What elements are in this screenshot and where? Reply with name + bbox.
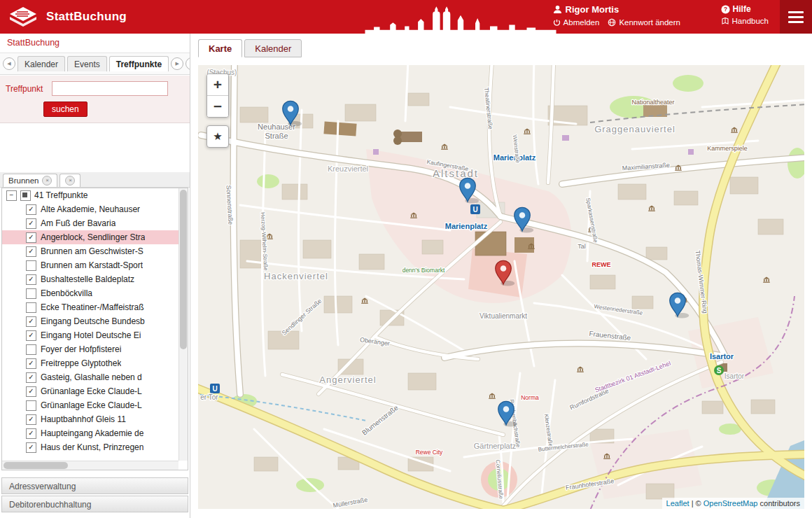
tree-item[interactable]: ✓Grünanlage Ecke Claude-L: [2, 384, 178, 398]
tree-item[interactable]: ✓Hauptbahnhof Gleis 11: [2, 412, 178, 426]
tree-item[interactable]: Grünanlage Ecke Claude-L: [2, 398, 178, 412]
tree-item[interactable]: ✓Haupteingang Akademie de: [2, 426, 178, 440]
hamburger-menu-button[interactable]: [780, 0, 812, 34]
treffpunkt-checkbox[interactable]: ✓: [26, 414, 36, 425]
treffpunkt-label: Am Fuß der Bavaria: [41, 218, 115, 228]
vertical-scrollbar-thumb[interactable]: [180, 190, 187, 349]
zoom-in-button[interactable]: +: [207, 74, 228, 96]
treffpunkt-checkbox[interactable]: ✓: [26, 274, 36, 285]
treffpunkt-label: Grünanlage Ecke Claude-L: [41, 386, 142, 396]
favorites-button[interactable]: ★: [206, 125, 229, 148]
map-attribution: Leaflet | © OpenStreetMap contributors: [662, 498, 804, 509]
treffpunkt-checkbox[interactable]: ✓: [26, 386, 36, 397]
tree-item[interactable]: ✓Eingang Deutsche Bundesb: [2, 314, 178, 328]
treffpunkt-checkbox[interactable]: ✓: [26, 218, 36, 229]
attribution-separator: | ©: [692, 499, 701, 507]
tab-treffpunkte[interactable]: Treffpunkte: [109, 56, 169, 71]
tabs-scroll-left-button[interactable]: ◀: [3, 57, 15, 70]
horizontal-scrollbar-thumb[interactable]: [4, 462, 68, 469]
zoom-control: + −: [206, 74, 229, 118]
treffpunkt-label: Eingang Hotel Deutsche Ei: [41, 330, 141, 340]
treffpunkt-label: Foyer der Hofpfisterei: [41, 344, 121, 354]
power-icon: [553, 19, 561, 27]
tree-item[interactable]: ✓Freitreppe Glyptothek: [2, 356, 178, 370]
close-icon[interactable]: ×: [42, 176, 52, 186]
tree-item[interactable]: ✓Am Fuß der Bavaria: [2, 216, 178, 230]
tree-item[interactable]: ✓Eingang Hotel Deutsche Ei: [2, 328, 178, 342]
root-checkbox[interactable]: [20, 190, 31, 201]
close-icon[interactable]: ×: [65, 176, 75, 186]
right-arrow-icon: ▶: [175, 61, 178, 66]
treffpunkt-label: Grünanlage Ecke Claude-L: [41, 400, 142, 410]
treffpunkt-checkbox[interactable]: ✓: [26, 358, 36, 369]
tree-item[interactable]: Ecke Theatiner-/Maffeistraß: [2, 300, 178, 314]
map-label: Kammerspiele: [707, 145, 748, 152]
logout-link[interactable]: Abmelden: [553, 18, 600, 27]
treffpunkt-label: Hauptbahnhof Gleis 11: [41, 414, 126, 424]
accordion-adressverwaltung[interactable]: Adressverwaltung: [1, 477, 188, 494]
tabs-scroll-right-button[interactable]: ▶: [171, 57, 183, 70]
filter-tab-empty[interactable]: ×: [59, 174, 80, 187]
globe-icon: [608, 18, 616, 27]
treffpunkt-checkbox[interactable]: ✓: [26, 442, 36, 453]
tree-item[interactable]: ✓Brunnen am Geschwister-S: [2, 244, 178, 258]
accordion-debitorenbuchhaltung[interactable]: Debitorenbuchhaltung: [1, 496, 188, 512]
treffpunkt-checkbox[interactable]: ✓: [26, 246, 36, 257]
map-label: REWE: [592, 261, 611, 268]
suchen-button[interactable]: suchen: [43, 102, 88, 117]
map-label: Isartor: [724, 372, 745, 380]
filter-tab-brunnen[interactable]: Brunnen ×: [3, 174, 57, 187]
treffpunkt-checkbox[interactable]: ✓: [26, 428, 36, 439]
treffpunkt-checkbox[interactable]: [26, 260, 36, 271]
tree-item[interactable]: ✓Haus der Kunst, Prinzregen: [2, 440, 178, 454]
tree-scroll-area: − 41 Treffpunkte ✓Alte Akademie, Neuhaus…: [2, 188, 178, 461]
tree-item[interactable]: ✓Angerblock, Sendlinger Stra: [2, 230, 178, 244]
treffpunkt-search-input[interactable]: [52, 81, 168, 96]
tab-karte[interactable]: Karte: [198, 39, 242, 57]
vertical-scrollbar[interactable]: [178, 188, 188, 461]
handbook-link[interactable]: Handbuch: [721, 17, 769, 25]
user-icon: [553, 5, 562, 14]
osm-link[interactable]: OpenStreetMap: [704, 499, 758, 507]
tree-root-row[interactable]: − 41 Treffpunkte: [2, 188, 178, 202]
tabs-menu-button[interactable]: ▼: [186, 57, 190, 70]
map[interactable]: USU (Stachus)NeuhauserStraßeKreuzviertel…: [198, 65, 804, 509]
left-arrow-icon: ◀: [7, 61, 10, 66]
tab-kalender[interactable]: Kalender: [18, 56, 65, 71]
treffpunkt-checkbox[interactable]: ✓: [26, 232, 36, 243]
sidebar: StattBuchung ◀ Kalender Events Treffpunk…: [0, 34, 190, 518]
map-canvas[interactable]: USU (Stachus)NeuhauserStraßeKreuzviertel…: [198, 65, 804, 509]
treffpunkt-search-panel: Treffpunkt suchen: [0, 76, 190, 123]
map-label: Norma: [521, 394, 539, 401]
treffpunkt-checkbox[interactable]: [26, 302, 36, 313]
tree-item[interactable]: ✓Alte Akademie, Neuhauser: [2, 202, 178, 216]
treffpunkt-checkbox[interactable]: [26, 288, 36, 299]
svg-text:?: ?: [724, 6, 727, 13]
tree-item[interactable]: ✓Gasteig, Glashalle neben d: [2, 370, 178, 384]
treffpunkt-checkbox[interactable]: ✓: [26, 316, 36, 327]
treffpunkt-checkbox[interactable]: [26, 344, 36, 355]
svg-text:S: S: [717, 367, 722, 374]
treffpunkt-checkbox[interactable]: ✓: [26, 204, 36, 215]
map-label: Viktualienmarkt: [479, 312, 527, 320]
sbahn-icon: S: [714, 365, 724, 375]
tab-events[interactable]: Events: [67, 56, 107, 71]
treffpunkt-checkbox[interactable]: [26, 400, 36, 411]
tree-item[interactable]: Ebenböckvilla: [2, 286, 178, 300]
change-password-link[interactable]: Kennwort ändern: [608, 18, 680, 27]
treffpunkt-label: Alte Akademie, Neuhauser: [41, 204, 140, 214]
tree-item[interactable]: Foyer der Hofpfisterei: [2, 342, 178, 356]
tree-item[interactable]: Brunnen am Karstadt-Sport: [2, 258, 178, 272]
map-label: er Tor: [200, 393, 218, 401]
leaflet-link[interactable]: Leaflet: [666, 499, 690, 507]
tab-kalender-main[interactable]: Kalender: [244, 39, 302, 57]
collapse-icon[interactable]: −: [6, 190, 17, 201]
ubahn-icon: U: [210, 384, 220, 393]
zoom-out-button[interactable]: −: [207, 96, 228, 117]
tree-item[interactable]: ✓Bushaltestelle Baldeplatz: [2, 272, 178, 286]
map-label: Graggenauviertel: [594, 124, 676, 134]
treffpunkt-checkbox[interactable]: ✓: [26, 372, 36, 383]
help-link[interactable]: ? Hilfe: [721, 4, 769, 14]
horizontal-scrollbar[interactable]: [2, 461, 178, 470]
treffpunkt-checkbox[interactable]: ✓: [26, 330, 36, 341]
